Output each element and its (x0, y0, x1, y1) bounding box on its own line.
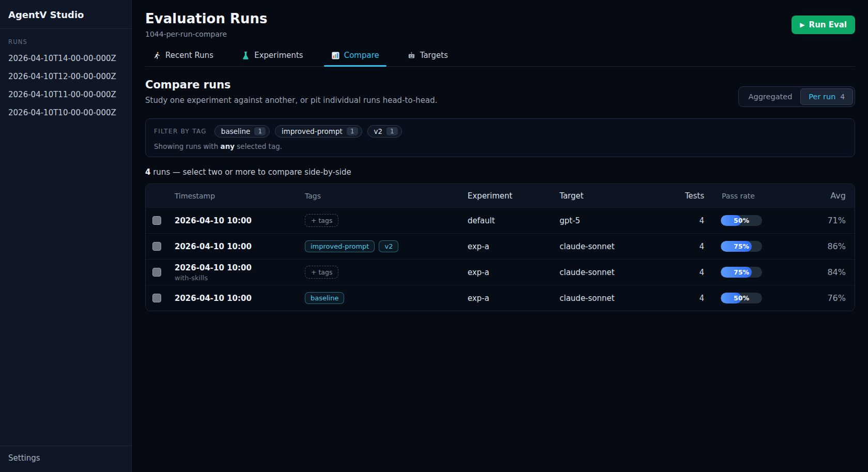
experiment-cell: default (462, 216, 554, 225)
row-checkbox[interactable] (152, 294, 161, 302)
page-subtitle: 1044-per-run-compare (145, 30, 268, 38)
row-checkbox-cell (146, 216, 171, 225)
tab-recent-runs[interactable]: Recent Runs (145, 51, 221, 66)
pass-rate-label: 50% (721, 215, 762, 226)
avg-cell: 86% (792, 241, 855, 251)
column-header-avg: Avg (792, 191, 855, 201)
tags-cell: baseline (300, 292, 462, 304)
runs-summary: 4 runs — select two or more to compare s… (145, 168, 855, 177)
tag-chip-v2[interactable]: v2 (379, 240, 398, 252)
play-icon: ▶ (800, 21, 804, 28)
filter-by-tag-panel: FILTER BY TAG baseline1improved-prompt1v… (145, 118, 855, 157)
sidebar-run-item[interactable]: 2026-04-10T10-00-00-000Z (8, 108, 123, 117)
filter-tag-name: baseline (221, 127, 251, 135)
add-tags-button[interactable]: + tags (305, 214, 338, 227)
table-row[interactable]: 2026-04-10 10:00improved-promptv2exp-acl… (146, 233, 855, 259)
pass-rate-cell: 75% (704, 267, 792, 278)
timestamp-cell: 2026-04-10 10:00 (171, 216, 300, 225)
tags-cell: + tags (300, 266, 462, 279)
filter-tag-improved-prompt[interactable]: improved-prompt1 (275, 125, 362, 138)
compare-heading-block: Compare runs Study one experiment agains… (145, 78, 438, 105)
row-checkbox[interactable] (152, 268, 161, 277)
tests-cell: 4 (637, 294, 704, 303)
table-body: 2026-04-10 10:00+ tagsdefaultgpt-5450%71… (146, 207, 855, 311)
page-title: Evaluation Runs (145, 10, 268, 27)
runs-table: TimestampTagsExperimentTargetTestsPass r… (145, 184, 855, 311)
avg-cell: 84% (792, 267, 855, 277)
add-tags-button[interactable]: + tags (305, 266, 338, 279)
experiment-cell: exp-a (462, 294, 554, 303)
tab-compare[interactable]: Compare (324, 51, 386, 66)
filter-tag-v2[interactable]: v21 (367, 125, 402, 138)
avg-cell: 76% (792, 293, 855, 303)
page-header: Evaluation Runs 1044-per-run-compare ▶ R… (145, 10, 855, 38)
experiment-cell: exp-a (462, 268, 554, 277)
row-checkbox-cell (146, 268, 171, 277)
tab-bar: Recent RunsExperimentsCompareTargets (145, 51, 855, 67)
table-row[interactable]: 2026-04-10 10:00+ tagsdefaultgpt-5450%71… (146, 207, 855, 233)
tab-targets[interactable]: Targets (400, 51, 455, 66)
tab-label: Compare (344, 51, 379, 60)
toggle-option-per-run[interactable]: Per run4 (800, 88, 853, 105)
pass-rate-cell: 50% (704, 215, 792, 226)
sidebar-run-item[interactable]: 2026-04-10T11-00-00-000Z (8, 90, 123, 99)
compare-description: Study one experiment against another, or… (145, 95, 438, 105)
toggle-option-label: Per run (809, 93, 835, 101)
compare-heading: Compare runs (145, 78, 438, 92)
filter-note: Showing runs with any selected tag. (154, 142, 846, 150)
run-timestamp: 2026-04-10 10:00 (175, 294, 300, 303)
bar-chart-icon (331, 51, 340, 60)
tags-cell: improved-promptv2 (300, 240, 462, 252)
filter-tag-count: 1 (254, 127, 266, 135)
column-header-target: Target (554, 191, 637, 201)
column-header-pass-rate: Pass rate (704, 192, 792, 200)
filter-note-prefix: Showing runs with (154, 142, 221, 150)
pass-rate-cell: 75% (704, 241, 792, 252)
app-title: AgentV Studio (0, 0, 131, 29)
table-header-row: TimestampTagsExperimentTargetTestsPass r… (146, 184, 855, 207)
sidebar-run-item[interactable]: 2026-04-10T12-00-00-000Z (8, 72, 123, 81)
table-row[interactable]: 2026-04-10 10:00baselineexp-aclaude-sonn… (146, 285, 855, 311)
tag-chip-improved-prompt[interactable]: improved-prompt (305, 240, 375, 252)
runs-summary-text: runs — select two or more to compare sid… (150, 168, 351, 177)
filter-tag-name: v2 (374, 127, 383, 135)
toggle-option-aggregated[interactable]: Aggregated (740, 88, 801, 105)
sidebar-run-item[interactable]: 2026-04-10T14-00-00-000Z (8, 54, 123, 63)
main-content: Evaluation Runs 1044-per-run-compare ▶ R… (132, 0, 868, 472)
view-mode-toggle: AggregatedPer run4 (738, 86, 855, 107)
run-timestamp: 2026-04-10 10:00 (175, 242, 300, 251)
row-checkbox[interactable] (152, 216, 161, 225)
filter-label: FILTER BY TAG (154, 128, 207, 135)
tags-cell: + tags (300, 214, 462, 227)
target-cell: claude-sonnet (554, 294, 637, 303)
tab-experiments[interactable]: Experiments (234, 51, 310, 66)
target-cell: gpt-5 (554, 216, 637, 225)
toggle-selected-count: 4 (840, 93, 845, 101)
robot-icon (407, 51, 416, 60)
target-cell: claude-sonnet (554, 242, 637, 251)
table-row[interactable]: 2026-04-10 10:00with-skills+ tagsexp-acl… (146, 259, 855, 285)
pass-rate-pill: 50% (721, 293, 762, 303)
run-eval-button[interactable]: ▶ Run Eval (792, 16, 855, 34)
tests-cell: 4 (637, 216, 704, 225)
filter-tag-count: 1 (347, 127, 358, 135)
filter-tag-count: 1 (386, 127, 398, 135)
tag-chip-baseline[interactable]: baseline (305, 292, 344, 304)
sidebar-item-settings[interactable]: Settings (0, 446, 131, 472)
filter-chip-row: FILTER BY TAG baseline1improved-prompt1v… (154, 125, 846, 138)
experiment-cell: exp-a (462, 242, 554, 251)
target-cell: claude-sonnet (554, 268, 637, 277)
pass-rate-pill: 50% (721, 215, 762, 226)
timestamp-cell: 2026-04-10 10:00with-skills (171, 263, 300, 282)
row-checkbox[interactable] (152, 242, 161, 251)
tab-label: Recent Runs (165, 51, 213, 60)
run-timestamp: 2026-04-10 10:00 (175, 216, 300, 225)
filter-tag-baseline[interactable]: baseline1 (214, 125, 270, 138)
filter-note-suffix: selected tag. (235, 142, 282, 150)
tab-label: Targets (420, 51, 448, 60)
row-checkbox-cell (146, 242, 171, 251)
page-title-block: Evaluation Runs 1044-per-run-compare (145, 10, 268, 38)
column-header-experiment: Experiment (462, 191, 554, 201)
timestamp-cell: 2026-04-10 10:00 (171, 294, 300, 303)
sidebar: AgentV Studio RUNS 2026-04-10T14-00-00-0… (0, 0, 132, 472)
